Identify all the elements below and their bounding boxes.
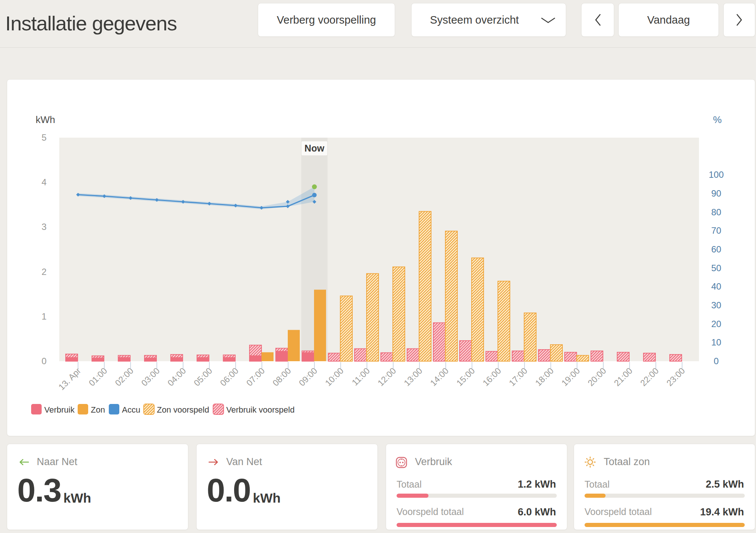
svg-text:Now: Now — [305, 143, 325, 153]
svg-text:02:00: 02:00 — [113, 366, 135, 388]
svg-text:23:00: 23:00 — [664, 366, 687, 388]
svg-text:18:00: 18:00 — [533, 366, 555, 388]
svg-text:05:00: 05:00 — [192, 366, 214, 388]
svg-text:5: 5 — [42, 132, 47, 143]
svg-text:14:00: 14:00 — [428, 366, 450, 388]
svg-text:15:00: 15:00 — [454, 366, 476, 388]
svg-text:10: 10 — [711, 337, 721, 347]
svg-text:30: 30 — [711, 300, 721, 310]
svg-text:17:00: 17:00 — [507, 366, 529, 388]
svg-text:0: 0 — [42, 356, 47, 366]
svg-text:0: 0 — [714, 356, 718, 366]
svg-text:10:00: 10:00 — [323, 366, 345, 388]
svg-text:70: 70 — [711, 225, 721, 236]
svg-text:08:00: 08:00 — [271, 366, 293, 388]
svg-text:4: 4 — [42, 177, 47, 187]
svg-text:11:00: 11:00 — [350, 366, 372, 387]
svg-text:kWh: kWh — [36, 114, 55, 125]
svg-text:22:00: 22:00 — [638, 366, 660, 388]
svg-text:13:00: 13:00 — [402, 366, 424, 388]
svg-text:3: 3 — [42, 222, 47, 232]
svg-text:13. Apr: 13. Apr — [57, 366, 83, 392]
svg-text:50: 50 — [711, 263, 721, 273]
svg-text:01:00: 01:00 — [87, 366, 109, 388]
svg-text:40: 40 — [711, 281, 721, 291]
svg-text:Zon voorspeld: Zon voorspeld — [157, 405, 209, 414]
svg-text:60: 60 — [711, 244, 721, 254]
svg-text:100: 100 — [709, 170, 724, 180]
svg-text:%: % — [713, 114, 721, 125]
svg-text:03:00: 03:00 — [139, 366, 161, 388]
svg-text:09:00: 09:00 — [297, 366, 319, 388]
svg-text:80: 80 — [711, 207, 721, 217]
svg-text:06:00: 06:00 — [218, 366, 240, 388]
svg-text:20:00: 20:00 — [586, 366, 608, 388]
svg-text:90: 90 — [711, 188, 721, 198]
svg-text:16:00: 16:00 — [481, 366, 503, 388]
svg-text:1: 1 — [42, 311, 47, 321]
svg-text:Verbruik: Verbruik — [44, 405, 75, 414]
svg-text:07:00: 07:00 — [244, 366, 266, 388]
svg-text:12:00: 12:00 — [376, 366, 398, 388]
svg-text:19:00: 19:00 — [559, 366, 582, 388]
svg-text:04:00: 04:00 — [165, 366, 188, 388]
svg-text:2: 2 — [42, 267, 47, 277]
svg-text:21:00: 21:00 — [612, 366, 634, 388]
svg-text:Verbruik voorspeld: Verbruik voorspeld — [226, 405, 295, 414]
svg-text:Zon: Zon — [91, 405, 105, 414]
svg-text:20: 20 — [711, 319, 721, 329]
svg-text:Accu: Accu — [122, 405, 140, 414]
